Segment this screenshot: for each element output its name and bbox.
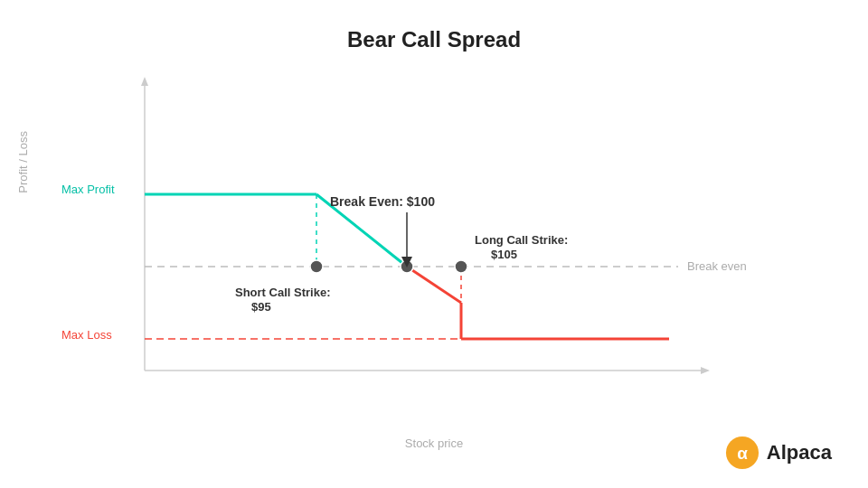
svg-text:Long Call Strike:: Long Call Strike: (475, 233, 568, 247)
svg-point-14 (401, 260, 413, 273)
svg-point-13 (310, 260, 323, 273)
svg-line-7 (407, 267, 461, 303)
svg-text:α: α (737, 444, 748, 463)
svg-text:Short Call Strike:: Short Call Strike: (235, 286, 330, 299)
chart-svg: Break Even: $100 Short Call Strike: $95 … (54, 63, 796, 416)
alpaca-logo: α Alpaca (725, 436, 832, 470)
max-loss-label: Max Loss (61, 328, 112, 342)
y-axis-label: Profit / Loss (16, 131, 30, 193)
svg-text:Break Even: $100: Break Even: $100 (330, 194, 435, 209)
page-container: Bear Call Spread Profit / Loss (0, 0, 868, 488)
x-axis-label: Stock price (405, 436, 463, 450)
svg-marker-3 (701, 367, 710, 374)
alpaca-icon: α (725, 436, 760, 470)
alpaca-name: Alpaca (767, 441, 832, 465)
svg-text:$105: $105 (491, 248, 517, 261)
svg-point-15 (455, 260, 467, 273)
svg-marker-1 (141, 77, 148, 86)
svg-text:$95: $95 (251, 300, 271, 314)
chart-title: Bear Call Spread (0, 0, 868, 52)
svg-text:Break even: Break even (687, 259, 747, 273)
max-profit-label: Max Profit (61, 183, 115, 196)
